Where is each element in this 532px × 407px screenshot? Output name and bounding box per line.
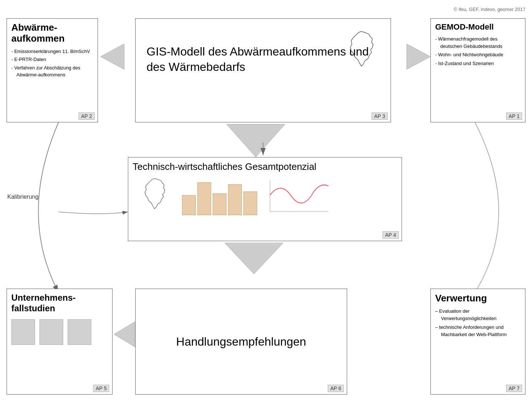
bar-chart — [180, 179, 259, 215]
gemod-item-2: Wohn- und Nichtwohngebäude — [435, 51, 521, 58]
bar-4 — [228, 184, 242, 215]
box-gis: GIS-Modell des Abwärmeaufkommens und des… — [135, 18, 391, 122]
ap5-label: AP 5 — [93, 385, 109, 392]
placeholder-2 — [39, 319, 63, 345]
box-abwaerme: Abwärme-aufkommen Emissionserklärungen 1… — [7, 18, 98, 122]
abwaerme-item-1: Emissionserklärungen 11. BImSchV — [11, 48, 93, 55]
abwaerme-item-2: E-PRTR-Daten — [11, 56, 93, 63]
gemod-list: Wärmenachfragemodell des deutschen Gebäu… — [435, 35, 521, 67]
box-unternehmen: Unternehmens-fallstudien AP 5 — [7, 289, 113, 395]
box-gemod: GEMOD-Modell Wärmenachfragemodell des de… — [430, 18, 525, 122]
gesamtpotenzial-content — [133, 177, 397, 215]
abwaerme-item-3: Verfahren zur Abschätzung des Abwärme-au… — [11, 64, 93, 79]
unternehmen-title: Unternehmens-fallstudien — [11, 293, 108, 314]
verwertung-item-1: Evaluation der Verwertungsmöglichkeiten — [435, 308, 521, 322]
ap7-label: AP 7 — [506, 385, 522, 392]
svg-marker-3 — [407, 44, 430, 69]
box-handlung: Handlungsempfehlungen AP 6 — [135, 289, 347, 395]
verwertung-item-2: technische Anforderungen und Machbarkeit… — [435, 324, 521, 338]
ap6-label: AP 6 — [328, 385, 344, 392]
bar-3 — [213, 193, 227, 215]
svg-marker-6 — [225, 243, 283, 274]
placeholder-1 — [11, 319, 35, 345]
abwaerme-list: Emissionserklärungen 11. BImSchV E-PRTR-… — [11, 48, 93, 79]
svg-marker-2 — [100, 44, 124, 69]
handlung-title: Handlungsempfehlungen — [176, 335, 306, 349]
box-gesamtpotenzial: Technisch-wirtschaftliches Gesamtpotenzi… — [128, 157, 402, 241]
bar-1 — [182, 195, 196, 215]
kalibrierung-label: Kalibrierung — [7, 194, 38, 200]
gemod-item-1: Wärmenachfragemodell des deutschen Gebäu… — [435, 35, 521, 50]
gemod-item-3: Ist-Zustand und Szenarien — [435, 60, 521, 67]
box-verwertung: Verwertung Evaluation der Verwertungsmög… — [430, 289, 525, 395]
gemod-title: GEMOD-Modell — [435, 22, 521, 32]
ap3-label: AP 3 — [372, 113, 388, 120]
svg-marker-4 — [227, 124, 285, 157]
svg-marker-7 — [114, 322, 135, 347]
bar-2 — [197, 182, 211, 215]
bar-5 — [243, 191, 257, 215]
gesamtpotenzial-title: Technisch-wirtschaftliches Gesamtpotenzi… — [133, 161, 397, 172]
ap4-label: AP 4 — [383, 231, 399, 239]
line-chart — [266, 177, 332, 215]
placeholder-3 — [68, 319, 91, 345]
verwertung-list: Evaluation der Verwertungsmöglichkeiten … — [435, 308, 521, 338]
placeholder-boxes — [11, 319, 108, 345]
copyright-text: © ifeu, GEF, indevo, geomer 2017 — [454, 7, 525, 12]
ap1-label: AP 1 — [506, 113, 522, 120]
abwaerme-title: Abwärme-aufkommen — [11, 22, 93, 44]
verwertung-title: Verwertung — [435, 293, 521, 304]
ap2-label: AP 2 — [79, 113, 95, 120]
